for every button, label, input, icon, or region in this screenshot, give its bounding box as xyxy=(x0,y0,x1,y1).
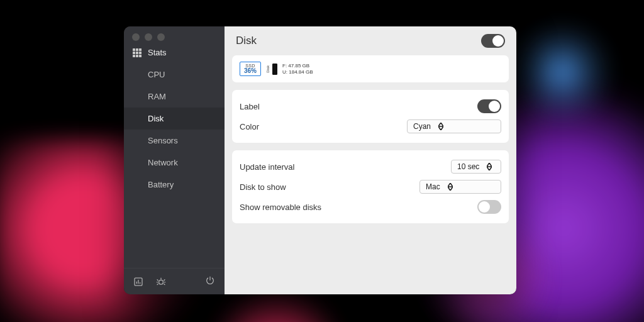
sidebar-item-network[interactable]: Network xyxy=(124,152,225,174)
sidebar-item-ram[interactable]: RAM xyxy=(124,86,225,108)
stats-preferences-window: Stats CPU RAM Disk Sensors Network Batte… xyxy=(124,26,516,294)
app-title: Stats xyxy=(148,48,167,57)
minimize-icon[interactable] xyxy=(145,33,152,41)
sidebar-item-battery[interactable]: Battery xyxy=(124,174,225,196)
stepper-icon xyxy=(487,163,492,170)
color-select[interactable]: Cyan xyxy=(407,119,501,133)
content-header: Disk xyxy=(225,26,516,55)
page-title: Disk xyxy=(236,35,257,47)
stepper-icon xyxy=(448,183,453,191)
widget-space-readout: F: 47.85 GB U: 184.84 GB xyxy=(282,63,313,75)
widget-disk-badge[interactable]: Disk xyxy=(266,64,277,75)
close-icon[interactable] xyxy=(132,33,140,41)
sidebar-header[interactable]: Stats xyxy=(124,45,225,64)
removable-toggle[interactable] xyxy=(477,200,501,214)
disk-icon xyxy=(272,64,277,75)
setting-disk: Disk to show xyxy=(240,182,286,192)
appearance-card: Label Color Cyan xyxy=(232,90,509,143)
bug-icon[interactable] xyxy=(155,276,167,287)
svg-point-1 xyxy=(159,280,164,284)
interval-select[interactable]: 10 sec xyxy=(451,160,501,174)
module-enable-toggle[interactable] xyxy=(481,34,505,48)
widget-preview-card: SSD 36% Disk F: 47.85 GB U: 184.84 GB xyxy=(232,55,509,82)
sidebar-item-disk[interactable]: Disk xyxy=(124,108,225,130)
sidebar: Stats CPU RAM Disk Sensors Network Batte… xyxy=(124,26,225,294)
label-toggle[interactable] xyxy=(477,99,501,113)
sidebar-nav: CPU RAM Disk Sensors Network Battery xyxy=(124,64,225,196)
widget-ssd-badge[interactable]: SSD 36% xyxy=(240,62,261,76)
chart-icon[interactable] xyxy=(133,276,144,287)
traffic-lights[interactable] xyxy=(124,26,225,45)
stepper-icon xyxy=(438,123,443,130)
sidebar-item-sensors[interactable]: Sensors xyxy=(124,130,225,152)
fullscreen-icon[interactable] xyxy=(157,33,165,41)
setting-interval: Update interval xyxy=(240,162,294,172)
dashboard-icon xyxy=(133,48,142,57)
setting-color: Color xyxy=(240,122,259,131)
behaviour-card: Update interval 10 sec Disk to show Mac xyxy=(232,150,509,223)
sidebar-item-cpu[interactable]: CPU xyxy=(124,64,225,86)
power-icon[interactable] xyxy=(204,275,216,286)
setting-label: Label xyxy=(240,102,260,111)
sidebar-footer xyxy=(124,268,225,294)
disk-select[interactable]: Mac xyxy=(419,180,501,194)
content-pane: Disk SSD 36% Disk F: 47.85 GB xyxy=(225,26,516,294)
setting-removable: Show removable disks xyxy=(240,203,321,212)
